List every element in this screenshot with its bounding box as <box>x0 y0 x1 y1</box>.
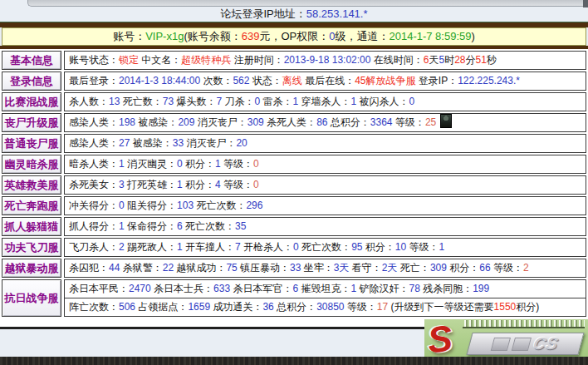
text-segment: 坐牢： <box>301 262 333 274</box>
text-segment: 开车撞人： <box>183 241 235 253</box>
text-segment: 账号： <box>113 30 145 42</box>
text-segment: 28 <box>454 54 465 66</box>
nav-button-5[interactable]: 幽灵暗杀服 <box>2 155 61 174</box>
watermark-glyph-block <box>490 338 510 351</box>
text-segment: 消灭丧尸： <box>194 116 247 128</box>
text-segment: 562 <box>233 75 249 86</box>
text-segment: 成功通关： <box>210 301 262 313</box>
text-segment: 199 <box>473 283 489 294</box>
text-segment: 被感染： <box>135 116 178 128</box>
text-segment: VIP-x1g <box>145 30 184 42</box>
text-segment: 296 <box>246 200 262 211</box>
nav-button-2[interactable]: 比赛混战服 <box>2 92 61 111</box>
text-segment: 等级： <box>406 241 439 253</box>
stats-cell: 暗杀人类：1 消灭幽灵：0 积分：1 等级：0 <box>64 155 586 174</box>
nav-button-7[interactable]: 死亡奔跑服 <box>2 196 61 215</box>
text-segment: 死亡数： <box>120 96 162 107</box>
table-row: 抗日战争服杀日本平民：2470 杀日本士兵：633 杀日本军官：6 摧毁坦克：1… <box>2 279 586 317</box>
stats-cell: 冲关得分：0 阻关得分：103 死亡次数：296 <box>64 196 586 215</box>
text-segment: 冲关得分： <box>69 200 119 211</box>
text-segment: 论坛登录IP地址： <box>220 7 306 20</box>
nav-button-4[interactable]: 普通丧尸服 <box>2 134 61 153</box>
nav-button-3[interactable]: 丧尸升级服 <box>2 113 61 132</box>
text-segment: 抓人得分： <box>69 220 119 232</box>
text-segment: 44 <box>109 262 120 274</box>
text-segment: 积分： <box>447 262 479 274</box>
text-segment: 被闪杀人： <box>356 96 409 107</box>
text-segment: 暗杀人类： <box>69 158 119 170</box>
stats-cell: 杀人数：13 死亡数：73 爆头数：7 刀杀：0 雷杀：1 穿墙杀人：1 被闪杀… <box>64 92 586 111</box>
table-row: 普通丧尸服感染人类：27 被感染：33 消灭丧尸：20 <box>2 134 586 153</box>
text-segment: 分 <box>466 54 476 66</box>
text-segment: 639 <box>242 30 260 42</box>
text-segment: 杀日本军官： <box>230 283 292 294</box>
text-segment: 阻关得分： <box>125 200 177 211</box>
table-row: 死亡奔跑服冲关得分：0 阻关得分：103 死亡次数：296 <box>2 196 586 215</box>
watermark-logo: CS S <box>424 319 588 359</box>
nav-button-9[interactable]: 功夫飞刀服 <box>2 238 61 257</box>
nav-button-8[interactable]: 抓人躲猫猫 <box>2 217 61 236</box>
nav-button-10[interactable]: 越狱暴动服 <box>2 259 61 278</box>
text-segment: 506 <box>119 301 135 313</box>
nav-button-0[interactable]: 基本信息 <box>2 51 61 70</box>
text-segment: 75 <box>226 262 237 274</box>
text-segment: 1 <box>439 241 445 253</box>
table-row: 越狱暴动服杀囚犯：44 杀狱警：22 越狱成功：75 镇压暴动：33 坐牢：3天… <box>2 259 586 278</box>
text-segment: 1 <box>119 220 125 232</box>
stats-line: 冲关得分：0 阻关得分：103 死亡次数：296 <box>65 197 586 215</box>
forum-login-ip-line: 论坛登录IP地址：58.253.141.* <box>0 6 588 22</box>
stats-line: 杀日本平民：2470 杀日本士兵：633 杀日本军官：6 摧毁坦克：1 铲除汉奸… <box>65 280 586 298</box>
stats-line: 暗杀人类：1 消灭幽灵：0 积分：1 等级：0 <box>65 155 586 173</box>
watermark-cs-text: CS <box>532 334 561 353</box>
stats-line: 最后登录：2014-1-3 18:44:00 次数：562 状态：离线 最后在线… <box>65 72 586 90</box>
text-segment: 309 <box>430 262 447 274</box>
text-segment: 2天 <box>382 262 398 274</box>
table-row: 丧尸升级服感染人类：198 被感染：209 消灭丧尸：309 杀死人类：86 总… <box>2 113 586 132</box>
stats-cell: 账号状态：锁定 中文名：超级特种兵 注册时间：2013-9-18 13:02:0… <box>64 51 586 70</box>
text-segment: 积分： <box>362 241 394 253</box>
text-segment: 死亡： <box>398 262 430 274</box>
text-segment: 等级： <box>221 179 253 190</box>
text-segment: 78 <box>409 283 419 294</box>
text-segment: 等级： <box>221 158 253 170</box>
text-segment: 4 <box>215 179 221 190</box>
text-segment: (升级到下一等级还需要 <box>388 301 493 313</box>
table-row: 英雄救美服杀死美女：3 打死英雄：1 积分：4 等级：0 <box>2 175 586 195</box>
stats-line: 杀人数：13 死亡数：73 爆头数：7 刀杀：0 雷杀：1 穿墙杀人：1 被闪杀… <box>65 93 586 111</box>
text-segment: (账号余额： <box>184 30 241 42</box>
text-segment: 天 <box>429 54 439 66</box>
watermark-s-emblem: S <box>426 319 454 359</box>
text-segment: 超级特种兵 <box>181 54 231 66</box>
text-segment: 27 <box>119 137 130 149</box>
text-segment: 中文名： <box>139 54 181 66</box>
text-segment: 95 <box>351 241 362 253</box>
nav-button-11[interactable]: 抗日战争服 <box>2 279 61 317</box>
text-segment: 死亡次数： <box>183 220 235 232</box>
stats-line: 杀死美女：3 打死英雄：1 积分：4 等级：0 <box>65 176 586 194</box>
nav-button-1[interactable]: 登录信息 <box>2 72 61 91</box>
nav-button-6[interactable]: 英雄救美服 <box>2 175 61 195</box>
text-segment: 1 <box>119 158 125 170</box>
text-segment: 35 <box>235 220 246 232</box>
text-segment: 10 <box>395 241 406 253</box>
text-segment: 0 <box>293 241 299 253</box>
text-segment: 打死英雄： <box>125 179 177 190</box>
text-segment: 51 <box>476 54 487 66</box>
text-segment: 33 <box>173 137 184 149</box>
text-segment: 最后登录： <box>69 75 119 86</box>
text-segment: 0 <box>119 200 125 211</box>
text-segment: 消灭幽灵： <box>125 158 177 170</box>
text-segment: 1 <box>215 158 221 170</box>
text-segment: 33 <box>290 262 301 274</box>
text-segment: 账号状态： <box>69 54 119 66</box>
text-segment: 2014-1-7 8:59:59 <box>389 30 471 42</box>
text-segment: 45解放战争服 <box>355 75 415 86</box>
stats-line: 感染人类：27 被感染：33 消灭丧尸：20 <box>65 135 586 152</box>
text-segment: 7 <box>235 241 241 253</box>
text-segment: 3天 <box>334 262 350 274</box>
text-segment: 633 <box>213 283 230 294</box>
text-segment: 1550 <box>494 301 517 313</box>
text-segment: 在线时间： <box>370 54 423 66</box>
text-segment: 198 <box>119 116 135 128</box>
text-segment: 2 <box>119 241 125 253</box>
